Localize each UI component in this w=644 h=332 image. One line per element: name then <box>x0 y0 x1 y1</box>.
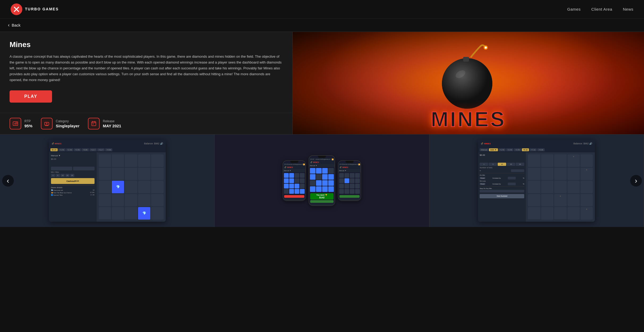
game-hero: MINES <box>293 32 644 134</box>
phones-group: 10:42mines.turbogames.io📶 💣 MINES Manual… <box>283 155 361 206</box>
stat-release: Release MAY 2021 <box>88 118 121 129</box>
screenshots-section: ‹ 💣 MINES Balance: $982 🔊 $2.23 +1.5k +2… <box>0 134 644 227</box>
game-detail-top: Mines A classic game concept that has al… <box>0 32 644 134</box>
logo-text: TURBO GAMES <box>25 7 59 11</box>
logo: TURBO GAMES <box>11 3 59 15</box>
release-value: MAY 2021 <box>103 124 121 128</box>
main-nav: Games Client Area News <box>567 7 633 12</box>
carousel-next-button[interactable]: › <box>630 175 642 187</box>
release-label: Release <box>103 119 121 123</box>
screenshot-desktop-auto: 💣 MINES Balance: $982 🔊 Manual Auto ▼ +1… <box>429 135 644 227</box>
play-button[interactable]: PLAY <box>10 90 52 103</box>
svg-rect-13 <box>93 124 93 124</box>
mockup-grid-manual: 💎 💎 <box>97 152 166 221</box>
screenshot-phones: 10:42mines.turbogames.io📶 💣 MINES Manual… <box>215 135 429 227</box>
hero-bomb-graphic <box>434 42 503 111</box>
mockup-topbar-auto: 💣 MINES Balance: $982 🔊 <box>478 140 595 147</box>
svg-rect-19 <box>463 57 469 62</box>
hero-mines-text: MINES <box>431 107 506 132</box>
svg-point-17 <box>442 58 492 109</box>
mockup-body-auto: $6.00 1 5 10 15 20 Number of bets ∞ <box>478 152 595 221</box>
mockup-grid-auto <box>526 152 595 221</box>
game-title: Mines <box>10 40 283 49</box>
phone-mockup-3: 10:42mines.turbogames.io📶 💣 MINES Manual… <box>338 160 361 201</box>
nav-client-area[interactable]: Client Area <box>591 7 612 11</box>
release-icon <box>88 118 100 129</box>
nav-games[interactable]: Games <box>567 7 581 11</box>
phone-mockup-1: 10:42mines.turbogames.io📶 💣 MINES Manual… <box>283 160 306 201</box>
category-value: Singleplayer <box>56 124 79 128</box>
start-autobet-btn[interactable]: Start Autobet <box>480 194 524 198</box>
screenshot-desktop-manual: 💣 MINES Balance: $982 🔊 $2.23 +1.5k +2.4… <box>0 135 215 227</box>
mockup-topbar-manual: 💣 MINES Balance: $982 🔊 <box>49 140 166 147</box>
mockup-sidebar-manual: Manual ▼ $6.00 Min / Max 1 5 10 15 20 <box>49 152 97 221</box>
auto-sidebar: $6.00 1 5 10 15 20 Number of bets ∞ <box>478 152 526 221</box>
stat-rtp: RTP 95% <box>10 118 32 129</box>
svg-rect-9 <box>92 122 96 126</box>
svg-rect-6 <box>16 123 17 124</box>
mockup-body-manual: Manual ▼ $6.00 Min / Max 1 5 10 15 20 <box>49 152 166 221</box>
desktop-mockup-auto: 💣 MINES Balance: $982 🔊 Manual Auto ▼ +1… <box>478 140 595 221</box>
category-icon <box>41 118 53 129</box>
rtp-value: 95% <box>24 124 32 128</box>
carousel-prev-button[interactable]: ‹ <box>2 175 14 187</box>
logo-icon <box>11 3 22 15</box>
svg-rect-7 <box>45 122 49 125</box>
stats-row: RTP 95% Category Singleplayer <box>0 113 293 134</box>
desktop-mockup-manual: 💣 MINES Balance: $982 🔊 $2.23 +1.5k +2.4… <box>49 140 166 221</box>
stat-category: Category Singleplayer <box>41 118 79 129</box>
nav-news[interactable]: News <box>623 7 633 11</box>
back-bar[interactable]: ‹ Back <box>0 19 644 32</box>
category-label: Category <box>56 119 79 123</box>
rtp-icon <box>10 118 21 129</box>
svg-point-8 <box>46 123 47 124</box>
back-label: Back <box>12 23 20 27</box>
win-popup: You won! 🏆$142 <box>310 193 334 200</box>
phone-mockup-2: 10:42mines.turbogames.io📶 💣 MINES Manual… <box>309 155 335 206</box>
game-info-panel: Mines A classic game concept that has al… <box>0 32 293 113</box>
rtp-label: RTP <box>24 119 32 123</box>
back-arrow-icon: ‹ <box>8 22 10 28</box>
svg-point-15 <box>485 47 487 49</box>
header: TURBO GAMES Games Client Area News <box>0 0 644 19</box>
game-description: A classic game concept that has always c… <box>10 54 283 83</box>
